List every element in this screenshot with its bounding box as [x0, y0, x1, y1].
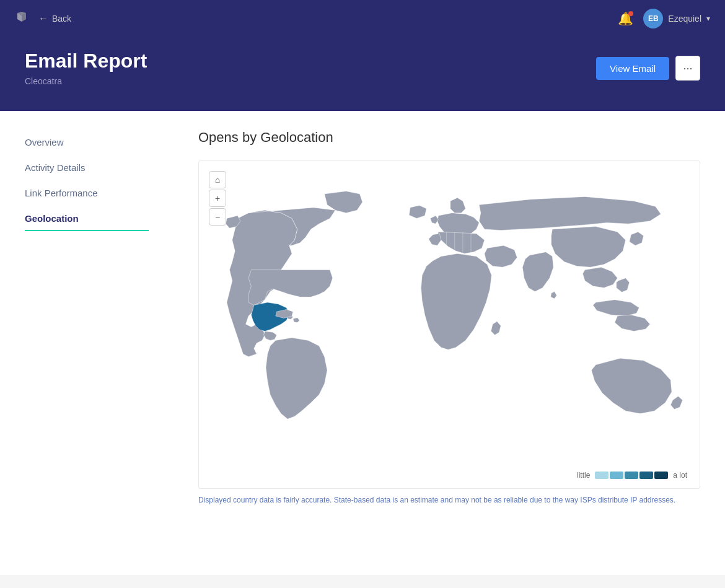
view-email-button[interactable]: View Email: [596, 57, 669, 80]
user-menu-button[interactable]: EB Ezequiel ▾: [643, 9, 710, 29]
home-icon: ⌂: [215, 175, 220, 185]
legend-swatch-3: [625, 472, 638, 479]
header-section: Email Report Cleocatra View Email ···: [0, 37, 725, 111]
notification-button[interactable]: 🔔: [618, 11, 633, 26]
avatar: EB: [643, 9, 663, 29]
world-map: [205, 167, 693, 465]
legend-little-label: little: [577, 471, 590, 480]
sidebar-item-geolocation[interactable]: Geolocation: [0, 206, 174, 231]
zoom-out-icon: −: [215, 212, 220, 222]
page-title: Email Report: [25, 50, 147, 72]
legend-swatch-1: [595, 472, 609, 479]
more-dots-icon: ···: [683, 62, 692, 75]
legend-alot-label: a lot: [673, 471, 687, 480]
map-zoomout-button[interactable]: −: [209, 208, 226, 226]
legend-swatch-4: [639, 472, 653, 479]
top-nav: ← Back 🔔 EB Ezequiel ▾: [0, 0, 725, 37]
map-note: Displayed country data is fairly accurat…: [198, 489, 700, 508]
sidebar-item-overview[interactable]: Overview: [0, 129, 174, 155]
map-container: ⌂ + −: [198, 160, 700, 489]
sidebar: Overview Activity Details Link Performan…: [0, 111, 174, 575]
back-button[interactable]: ← Back: [38, 13, 71, 24]
page-area: Opens by Geolocation ⌂ + −: [174, 111, 725, 575]
notification-dot: [628, 11, 633, 16]
user-name: Ezequiel: [668, 14, 701, 24]
map-home-button[interactable]: ⌂: [209, 171, 226, 188]
section-title: Opens by Geolocation: [198, 129, 700, 146]
zoom-in-icon: +: [215, 193, 220, 203]
main-content: Overview Activity Details Link Performan…: [0, 111, 725, 575]
sidebar-item-link-performance[interactable]: Link Performance: [0, 180, 174, 206]
legend-swatch-5: [654, 472, 668, 479]
header-left: Email Report Cleocatra: [25, 50, 147, 86]
logo-icon: [15, 11, 29, 27]
more-options-button[interactable]: ···: [675, 56, 700, 81]
back-label: Back: [52, 14, 71, 24]
topnav-right: 🔔 EB Ezequiel ▾: [618, 9, 710, 29]
header-actions: View Email ···: [596, 56, 700, 81]
sidebar-item-activity-details[interactable]: Activity Details: [0, 155, 174, 180]
map-zoomin-button[interactable]: +: [209, 190, 226, 207]
map-legend: little a lot: [205, 467, 693, 482]
back-arrow-icon: ←: [38, 13, 48, 24]
map-controls: ⌂ + −: [209, 171, 226, 226]
topnav-left: ← Back: [15, 11, 71, 27]
legend-gradient: [595, 472, 668, 479]
legend-swatch-2: [610, 472, 623, 479]
page-subtitle: Cleocatra: [25, 76, 147, 86]
chevron-down-icon: ▾: [706, 14, 710, 23]
